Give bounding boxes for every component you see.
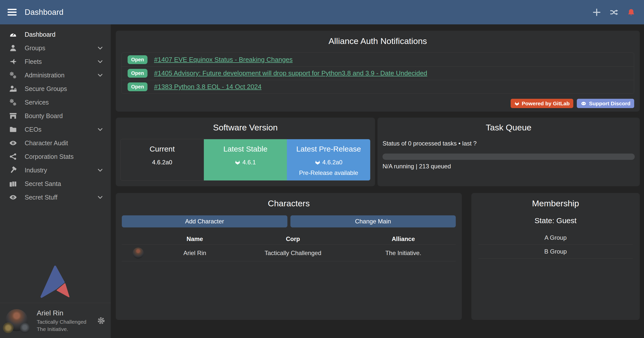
sidebar-item-label: CEOs [25, 126, 42, 133]
sidebar-item-character-audit[interactable]: Character Audit [0, 136, 111, 150]
gitlab-icon [514, 101, 519, 106]
hammer-icon [8, 166, 19, 174]
chevron-down-icon [97, 59, 103, 65]
list-item: A Group [478, 231, 633, 245]
characters-table: Name Corp Alliance Ariel Rin Tactically … [122, 233, 456, 261]
user-alliance: The Initiative. [37, 326, 86, 332]
gears-icon [8, 99, 19, 106]
character-corp: Tactically Challenged [235, 250, 351, 257]
list-item: Open #1383 Python 3.8 EOL - 14 Oct 2024 [122, 80, 634, 93]
eye-icon [8, 194, 19, 201]
gitlab-badge[interactable]: Powered by GitLab [511, 99, 573, 108]
bell-icon[interactable] [627, 9, 635, 16]
sidebar-item-label: Services [25, 99, 49, 106]
character-alliance: The Initiative. [351, 250, 456, 257]
status-badge: Open [128, 69, 147, 78]
membership-state: State: Guest [471, 216, 640, 225]
version-prerelease: Latest Pre-Release 4.6.2a0 Pre-Release a… [287, 139, 370, 180]
characters-panel: Characters Add Character Change Main Nam… [116, 193, 462, 320]
user-icon [8, 44, 19, 52]
sidebar-item-administration[interactable]: Administration [0, 68, 111, 82]
gifts-icon [8, 180, 19, 187]
sidebar-item-label: Bounty Board [25, 112, 63, 120]
version-prerelease-value: 4.6.2a0 [322, 159, 343, 166]
sidebar-item-bounty-board[interactable]: Bounty Board [0, 109, 111, 123]
version-current: Current 4.6.2a0 [121, 139, 204, 180]
sidebar-item-groups[interactable]: Groups [0, 41, 111, 55]
user-lock-icon [8, 85, 19, 92]
eye-icon [8, 139, 19, 147]
shuffle-icon[interactable] [610, 9, 618, 16]
version-current-value: 4.6.2a0 [121, 159, 204, 166]
table-row: Ariel Rin Tactically Challenged The Init… [122, 245, 456, 261]
sidebar-item-ceos[interactable]: CEOs [0, 123, 111, 136]
status-badge: Open [128, 82, 147, 91]
prerelease-note: Pre-Release available [287, 169, 370, 176]
sidebar-item-secure-groups[interactable]: Secure Groups [0, 82, 111, 95]
sidebar-item-label: Secret Stuff [25, 194, 57, 201]
user-avatar-group [6, 308, 31, 334]
task-queue-summary: N/A running | 213 queued [383, 163, 635, 170]
discord-badge-label: Support Discord [589, 101, 630, 107]
gitlab-icon [235, 160, 240, 165]
chevron-down-icon [97, 126, 103, 132]
membership-panel: Membership State: Guest A Group B Group [471, 193, 640, 320]
sidebar-item-label: Dashboard [25, 31, 55, 38]
version-prerelease-label: Latest Pre-Release [287, 145, 370, 153]
notifications-list: Open #1407 EVE Equinox Status - Breaking… [121, 53, 634, 94]
task-progress-bar [383, 154, 635, 160]
page-title: Dashboard [25, 8, 63, 17]
list-item: Open #1405 Advisory: Future development … [122, 66, 634, 80]
corp-logo [3, 323, 13, 333]
chevron-down-icon [97, 167, 103, 173]
sidebar-item-label: Secret Santa [25, 180, 61, 187]
add-character-button[interactable]: Add Character [122, 215, 287, 227]
notification-link[interactable]: #1407 EVE Equinox Status - Breaking Chan… [154, 56, 293, 64]
change-main-button[interactable]: Change Main [290, 215, 456, 227]
chevron-down-icon [97, 45, 103, 51]
folder-icon [8, 126, 19, 133]
chevron-down-icon [97, 194, 103, 200]
discord-badge[interactable]: Support Discord [577, 99, 634, 108]
sidebar-item-secret-stuff[interactable]: Secret Stuff [0, 190, 111, 204]
membership-title: Membership [471, 199, 640, 208]
task-queue-panel: Task Queue Status of 0 processed tasks •… [377, 118, 640, 186]
gears-icon [8, 71, 19, 79]
task-queue-title: Task Queue [377, 123, 640, 132]
version-stable: Latest Stable 4.6.1 [204, 139, 287, 180]
sidebar-item-label: Fleets [25, 58, 42, 65]
sidebar-item-fleets[interactable]: Fleets [0, 55, 111, 68]
gitlab-badge-label: Powered by GitLab [522, 101, 570, 107]
version-current-label: Current [121, 145, 204, 153]
list-item: B Group [478, 245, 633, 259]
software-version-panel: Software Version Current 4.6.2a0 Latest … [116, 118, 375, 186]
software-version-title: Software Version [116, 123, 375, 132]
version-stable-label: Latest Stable [204, 145, 287, 153]
user-panel: Ariel Rin Tactically Challenged The Init… [0, 303, 111, 338]
sidebar-item-secret-santa[interactable]: Secret Santa [0, 177, 111, 190]
chevron-down-icon [97, 72, 103, 78]
column-header-name: Name [155, 235, 235, 243]
notifications-title: Alliance Auth Notifications [116, 36, 640, 46]
character-name: Ariel Rin [155, 250, 235, 257]
sidebar-item-corporation-stats[interactable]: Corporation Stats [0, 150, 111, 163]
sidebar-item-industry[interactable]: Industry [0, 163, 111, 177]
menu-toggle-button[interactable] [8, 9, 17, 16]
column-header-corp: Corp [235, 235, 351, 243]
notifications-panel: Alliance Auth Notifications Open #1407 E… [116, 31, 640, 112]
share-icon [8, 153, 19, 160]
plus-icon[interactable] [593, 8, 601, 16]
gear-icon[interactable] [97, 317, 105, 325]
sidebar-item-services[interactable]: Services [0, 95, 111, 109]
notification-link[interactable]: #1405 Advisory: Future development will … [154, 69, 427, 77]
gitlab-icon [315, 160, 320, 165]
membership-groups: A Group B Group [478, 231, 633, 259]
sidebar-item-dashboard[interactable]: Dashboard [0, 28, 111, 41]
notification-link[interactable]: #1383 Python 3.8 EOL - 14 Oct 2024 [154, 83, 261, 91]
sidebar-item-label: Industry [25, 167, 47, 174]
list-item: Open #1407 EVE Equinox Status - Breaking… [122, 53, 634, 66]
store-icon [8, 112, 19, 120]
characters-title: Characters [116, 199, 462, 208]
user-corp: Tactically Challenged [37, 319, 86, 325]
sidebar-item-label: Groups [25, 44, 45, 52]
